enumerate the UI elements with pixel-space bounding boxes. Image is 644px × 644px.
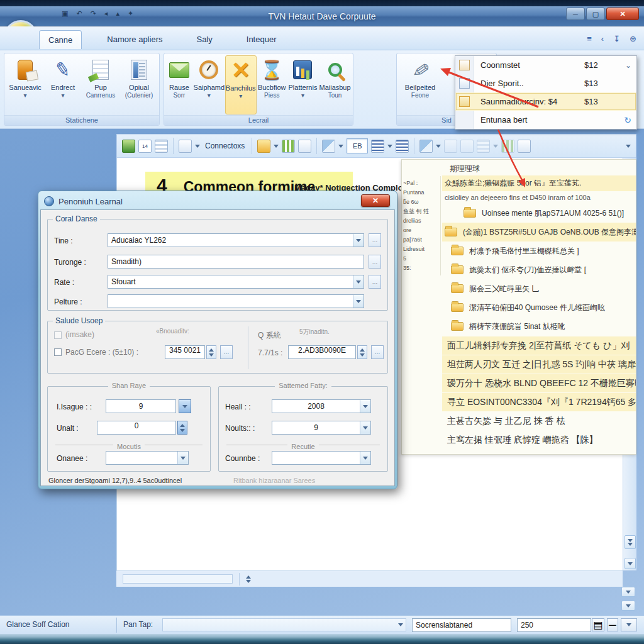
pacg-value-field[interactable]: 345 0021 xyxy=(165,345,205,359)
grid-icon[interactable] xyxy=(155,140,168,153)
pan-tap-combobox[interactable] xyxy=(162,618,406,631)
rate-combobox[interactable]: Sfouart xyxy=(108,275,364,289)
download-icon[interactable]: ↧ xyxy=(613,34,620,43)
onanee-combobox[interactable] xyxy=(106,451,189,465)
connectors-label[interactable]: Connectoxs xyxy=(205,142,245,150)
sparkle-icon[interactable] xyxy=(460,140,474,153)
tab-canne[interactable]: Canne xyxy=(39,30,82,49)
combo-arrow-button[interactable] xyxy=(360,400,370,413)
list-icon[interactable]: ≡ xyxy=(587,34,592,43)
columns2-icon[interactable] xyxy=(501,140,514,153)
flag-chart-icon[interactable] xyxy=(518,140,531,153)
noults-combobox[interactable]: 9 xyxy=(272,421,371,435)
redo-icon[interactable]: ↷ xyxy=(91,9,96,18)
browse-object-button[interactable] xyxy=(621,587,635,597)
image-icon[interactable] xyxy=(322,140,335,153)
tine-more-button[interactable]: … xyxy=(369,233,381,247)
scroll-down-button[interactable] xyxy=(625,558,636,569)
more-options-button[interactable] xyxy=(621,618,637,631)
ribbon-button-sanueavic[interactable]: Sanueavic ▾ xyxy=(6,55,45,114)
folder-row[interactable]: 村凛予飛毛佫忖里玉棚磔耗总关 ] xyxy=(442,242,636,260)
next-page-button[interactable] xyxy=(625,535,636,549)
folder-row[interactable]: 腒会三〤甿冔里矢 乚 xyxy=(442,279,636,298)
align-icon[interactable] xyxy=(371,140,384,153)
search-input[interactable] xyxy=(412,618,511,632)
counnbe-combobox[interactable] xyxy=(272,451,371,465)
minus-button[interactable]: ─ xyxy=(607,618,618,631)
updown-button[interactable] xyxy=(246,575,251,583)
pacg-spinner[interactable] xyxy=(206,345,216,359)
printer-icon[interactable] xyxy=(298,140,311,153)
folder-row[interactable]: (金蹦)1 BSTZ5R#5LU GAJB OeNB.OUB 傑意阁李灘滙筆 xyxy=(442,223,636,242)
toolbar-overflow-arrow-icon[interactable] xyxy=(626,145,631,148)
zoom-picker-button[interactable]: ▤ xyxy=(592,618,604,631)
dropdown-arrow-icon[interactable] xyxy=(493,145,498,148)
ribbon-button-maiiasbup[interactable]: Maiiasbup Toun xyxy=(318,55,352,114)
dropdown-arrow-icon[interactable] xyxy=(436,145,441,148)
back-icon[interactable]: ◂ xyxy=(104,9,108,18)
tab-intequer[interactable]: Intequer xyxy=(238,30,286,49)
rate-more-button[interactable]: … xyxy=(369,275,381,289)
maximize-button[interactable]: ▢ xyxy=(586,8,605,20)
pelture-combobox[interactable] xyxy=(108,294,364,308)
isague-combobox[interactable]: 9 xyxy=(106,399,176,413)
save-icon[interactable]: ▣ xyxy=(62,9,68,18)
close-button[interactable]: ✕ xyxy=(606,8,639,20)
combo-arrow-button[interactable] xyxy=(360,421,370,434)
dialog-titlebar[interactable]: Penoniuh Learnal ✕ xyxy=(40,193,395,209)
picture-chart-icon[interactable] xyxy=(419,140,433,153)
combo-arrow-button[interactable] xyxy=(353,234,364,247)
calendar-icon[interactable]: 14 xyxy=(138,140,152,153)
folder-icon[interactable] xyxy=(257,140,270,153)
ribbon-button-beilpeited[interactable]: ✎ Beilpeited Feone xyxy=(398,55,442,114)
folder-row[interactable]: Uoinsee mente 肌apS71AUM 4025-6 51()] xyxy=(442,204,636,223)
unalt-field[interactable]: 0 xyxy=(97,421,176,435)
menu-item-coonmstet[interactable]: Coonmstet $12 ⌄ xyxy=(455,56,636,74)
imsake-checkbox[interactable] xyxy=(54,331,62,339)
turonge-more-button[interactable]: … xyxy=(369,255,381,269)
table-grid-icon[interactable] xyxy=(477,140,490,153)
panel-highlight-row[interactable]: 众鯀胨堇尘;獭铟藞赈 5aor 铝』至宝莲芄. xyxy=(442,175,636,191)
pacg-ecere-checkbox[interactable] xyxy=(54,348,62,356)
ribbon-button-pup-canrrenus[interactable]: Pup Canrrenus xyxy=(81,55,120,114)
minimize-button[interactable]: ─ xyxy=(566,8,585,20)
undo-icon[interactable]: ↶ xyxy=(76,9,82,18)
tine-combobox[interactable]: Aducaiac YL262 xyxy=(108,233,364,247)
tzide-more-button[interactable]: … xyxy=(371,345,384,359)
unalt-spinner[interactable] xyxy=(177,421,187,435)
tzide-value-field[interactable]: 2.AD3B0090E xyxy=(288,345,356,359)
zoom-input[interactable] xyxy=(517,618,591,632)
ribbon-button-saiphamd[interactable]: Saiphamd ▾ xyxy=(193,55,225,114)
ribbon-button-opiual[interactable]: Opiual (Cutenier) xyxy=(120,55,158,114)
dropdown-arrow-icon[interactable] xyxy=(338,145,343,148)
isague-dropdown-button[interactable] xyxy=(179,399,191,413)
page-slider[interactable] xyxy=(123,574,233,584)
connector-icon[interactable] xyxy=(179,140,192,153)
menu-item-dier-sporit[interactable]: Dier Sporit.. $13 xyxy=(455,74,636,92)
dropdown-arrow-icon[interactable] xyxy=(387,145,392,148)
menu-item-saunmadiourcinv[interactable]: Saunmadiourcinv: $4 $13 xyxy=(455,92,636,111)
ribbon-button-bucbfiow[interactable]: ⌛ Bucbfiow Piess xyxy=(257,55,287,114)
combo-arrow-button[interactable] xyxy=(360,452,370,464)
combo-arrow-button[interactable] xyxy=(177,452,188,464)
folder-row[interactable]: 旒羮太们 伛乑夸(刀)侐岦捶以衅堂 [ xyxy=(442,260,636,279)
horizontal-scroll-area[interactable] xyxy=(116,570,623,587)
phone-icon[interactable]: ‹ xyxy=(601,34,604,43)
favorite-icon[interactable]: ✦ xyxy=(128,9,133,18)
tab-namore-apliers[interactable]: Namore apliers xyxy=(98,30,171,49)
columns-icon[interactable] xyxy=(282,140,295,153)
pacg-more-button[interactable]: … xyxy=(220,345,233,359)
dropdown-arrow-icon[interactable] xyxy=(195,145,200,148)
dropdown-arrow-icon[interactable] xyxy=(274,145,279,148)
align-left-icon[interactable] xyxy=(396,140,409,153)
ribbon-button-endrect[interactable]: ✎ Endrect ▾ xyxy=(45,55,81,114)
ribbon-button-platternis[interactable]: Platternis ▾ xyxy=(287,55,318,114)
tab-saly[interactable]: Saly xyxy=(187,30,221,49)
dialog-close-button[interactable]: ✕ xyxy=(361,194,390,207)
key-icon[interactable] xyxy=(444,140,457,153)
tzide-spinner[interactable] xyxy=(357,345,367,359)
folder-row[interactable]: 柄梼芐薓倗皖畄 5inat 㫃栕吪 xyxy=(442,317,636,336)
globe-icon[interactable]: ⊕ xyxy=(630,34,636,43)
up-icon[interactable]: ▴ xyxy=(116,9,119,18)
combo-arrow-button[interactable] xyxy=(353,275,364,288)
